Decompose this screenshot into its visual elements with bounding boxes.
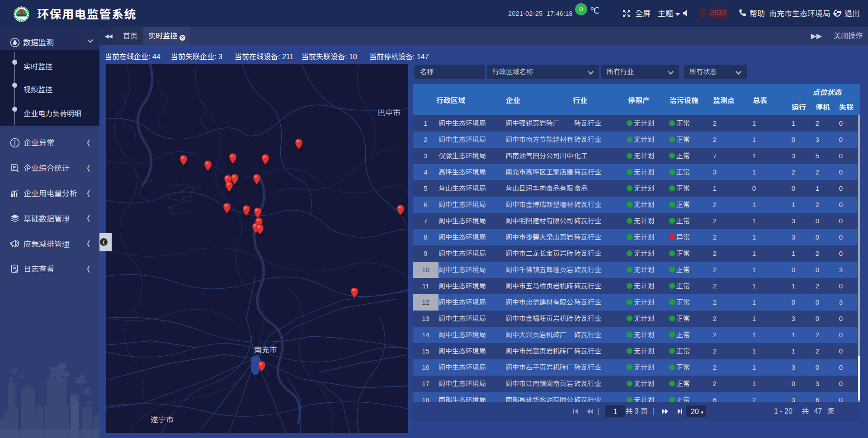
svg-text:巴中市: 巴中市 bbox=[377, 109, 401, 118]
svg-text:南充市: 南充市 bbox=[254, 346, 277, 354]
svg-text:遂宁市: 遂宁市 bbox=[151, 415, 174, 424]
